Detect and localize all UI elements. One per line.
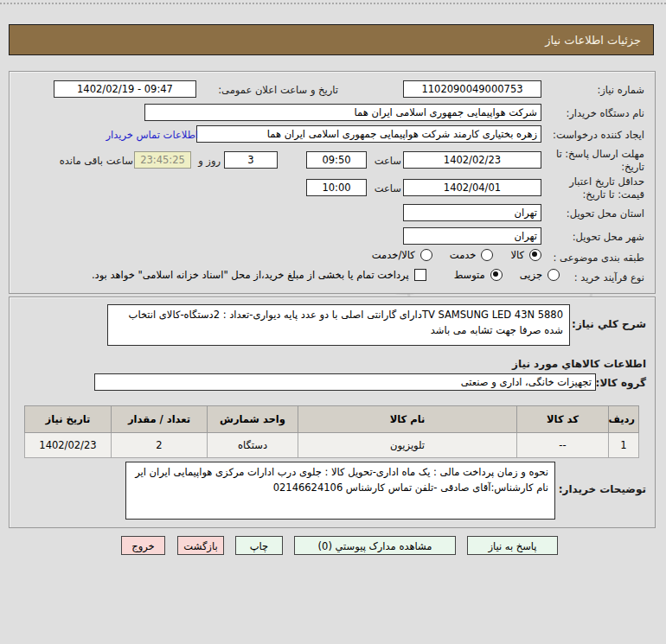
treasury-checkbox-label: پرداخت تمام یا بخشی از مبلغ خرید،از محل … <box>92 269 409 281</box>
province-field[interactable]: تهران <box>403 204 541 221</box>
buyer-org-label: نام دستگاه خریدار: <box>566 107 644 119</box>
reply-deadline-date-field[interactable]: 1402/02/23 <box>403 151 541 169</box>
reply-to-need-button[interactable]: پاسخ به نیاز <box>467 536 558 555</box>
table-header-cell: نام کالا <box>298 406 517 433</box>
reply-deadline-days-field[interactable]: 3 <box>224 151 278 169</box>
back-button[interactable]: بازگشت <box>177 536 224 555</box>
table-cell: 1 <box>609 433 639 458</box>
view-attachments-button[interactable]: مشاهده مدارک پیوستي (0) <box>294 536 456 555</box>
reply-deadline-time-label: ساعت <box>375 155 401 167</box>
buyer-notes-line1: نحوه و زمان پرداخت مالی : یک ماه اداری-ت… <box>132 465 548 481</box>
table-header-cell: تاریخ نیاز <box>25 406 112 433</box>
radio-medium[interactable] <box>490 269 503 281</box>
goods-group-label: گروه کالا: <box>596 377 646 389</box>
purchase-process-label: نوع فرآیند خرید : <box>574 271 644 284</box>
reply-deadline-time-field[interactable]: 09:50 <box>306 151 367 169</box>
goods-group-field[interactable]: تجهیزات خانگی، اداری و صنعتی <box>94 373 596 391</box>
city-field[interactable]: تهران <box>403 227 541 245</box>
price-validity-time-field[interactable]: 10:00 <box>306 179 367 196</box>
purchase-process-options: جزیی متوسط پرداخت تمام یا بخشی از مبلغ خ… <box>92 269 560 281</box>
treasury-checkbox[interactable] <box>414 269 426 281</box>
table-header-cell: واحد شمارش <box>208 406 298 433</box>
page-title: جزئیات اطلاعات نیاز <box>9 24 654 55</box>
radio-partial-label: جزیی <box>520 269 542 281</box>
radio-medium-label: متوسط <box>454 269 485 281</box>
buyer-notes-label: توضیحات خریدار: <box>559 483 646 495</box>
hours-remaining-label: ساعت باقی مانده <box>60 155 133 167</box>
province-label: استان محل تحویل: <box>567 207 644 220</box>
table-cell: تلویزیون <box>298 433 517 458</box>
countdown-timer: 23:45:25 <box>134 151 191 169</box>
radio-goods-service[interactable] <box>420 249 432 261</box>
table-row[interactable]: 1--تلویزیوندستگاه21402/02/23 <box>25 433 639 458</box>
need-description-label: شرح کلي نیاز: <box>572 318 646 330</box>
need-number-label: شماره نیاز: <box>597 84 644 96</box>
goods-table[interactable]: ردیفکد کالانام کالاواحد شمارشتعداد / مقد… <box>24 405 639 458</box>
goods-details-panel: شرح کلي نیاز: TV SAMSUNG LED 43N 5880دار… <box>9 296 656 528</box>
radio-goods[interactable] <box>529 249 541 261</box>
need-summary-panel: شماره نیاز: 1102090049000753 تاریخ و ساع… <box>9 71 656 294</box>
goods-info-heading: اطلاعات کالاهاي مورد نیاز <box>512 358 646 370</box>
announce-datetime-field[interactable]: 1402/02/19 - 09:47 <box>54 80 196 98</box>
request-creator-label: ایجاد کننده درخواست: <box>553 129 644 141</box>
table-cell: -- <box>517 433 609 458</box>
radio-service[interactable] <box>481 249 493 261</box>
table-cell: دستگاه <box>208 433 298 458</box>
days-remaining-label: روز و <box>198 155 221 167</box>
table-cell: 1402/02/23 <box>25 433 112 458</box>
table-cell: 2 <box>112 433 208 458</box>
price-validity-time-label: ساعت <box>375 182 401 194</box>
radio-partial[interactable] <box>548 269 560 281</box>
city-label: شهر محل تحویل: <box>573 231 644 243</box>
price-validity-date-field[interactable]: 1402/04/01 <box>403 179 541 196</box>
price-validity-label: حداقل تاریخ اعتبار قیمت: تا تاریخ: <box>548 175 644 201</box>
table-header-cell: کد کالا <box>517 406 609 433</box>
buyer-notes-box[interactable]: نحوه و زمان پرداخت مالی : یک ماه اداری-ت… <box>125 462 555 520</box>
exit-button[interactable]: خروج <box>121 536 165 555</box>
buyer-notes-line2: نام کارشناس:آقای صادقی -تلفن تماس کارشنا… <box>132 481 548 496</box>
radio-goods-label: کالا <box>510 249 524 261</box>
need-number-field[interactable]: 1102090049000753 <box>403 80 541 98</box>
top-dotted-divider <box>0 3 666 4</box>
request-creator-field[interactable]: زهره بختیاری کارمند شرکت هواپیمایی جمهور… <box>196 125 541 143</box>
need-details-page: 0101 1001 10 ParsNamadData مرکز گردآوری … <box>0 0 666 644</box>
reply-deadline-label: مهلت ارسال پاسخ: تا تاریخ: <box>548 148 644 174</box>
table-header-cell: تعداد / مقدار <box>112 406 208 433</box>
radio-goods-service-label: کالا/خدمت <box>372 249 415 261</box>
radio-service-label: خدمت <box>450 249 477 261</box>
table-header-cell: ردیف <box>609 406 639 433</box>
subject-class-options: کالا خدمت کالا/خدمت <box>372 249 541 261</box>
need-description-box[interactable]: TV SAMSUNG LED 43N 5880دارای گارانتی اصل… <box>107 304 570 346</box>
print-button[interactable]: چاپ <box>235 536 283 555</box>
buyer-org-field[interactable]: شرکت هواپیمایی جمهوری اسلامی ایران هما <box>144 104 541 121</box>
subject-class-label: طبقه بندی موضوعی : <box>554 252 644 264</box>
announce-datetime-label: تاریخ و ساعت اعلان عمومی: <box>218 84 338 96</box>
buyer-contact-link[interactable]: اطلاعات تماس خریدار <box>106 129 198 141</box>
